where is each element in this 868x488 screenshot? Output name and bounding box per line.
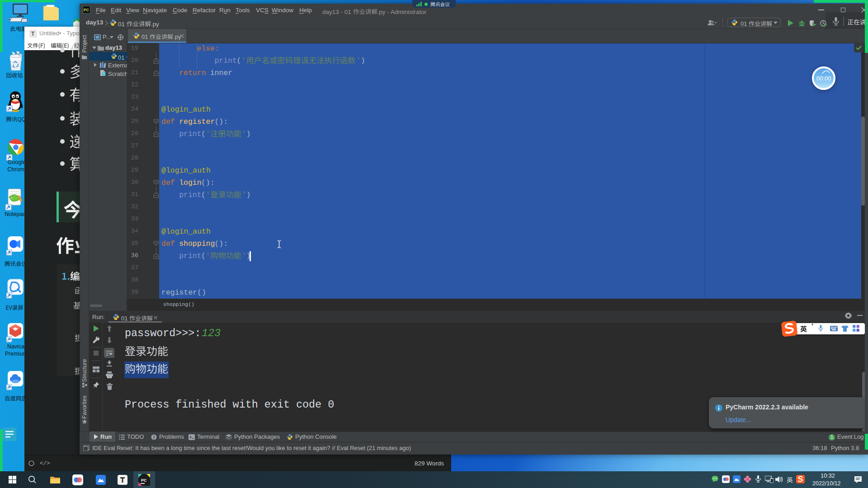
svg-text:PC: PC	[141, 478, 147, 483]
svg-text:1: 1	[830, 435, 833, 440]
